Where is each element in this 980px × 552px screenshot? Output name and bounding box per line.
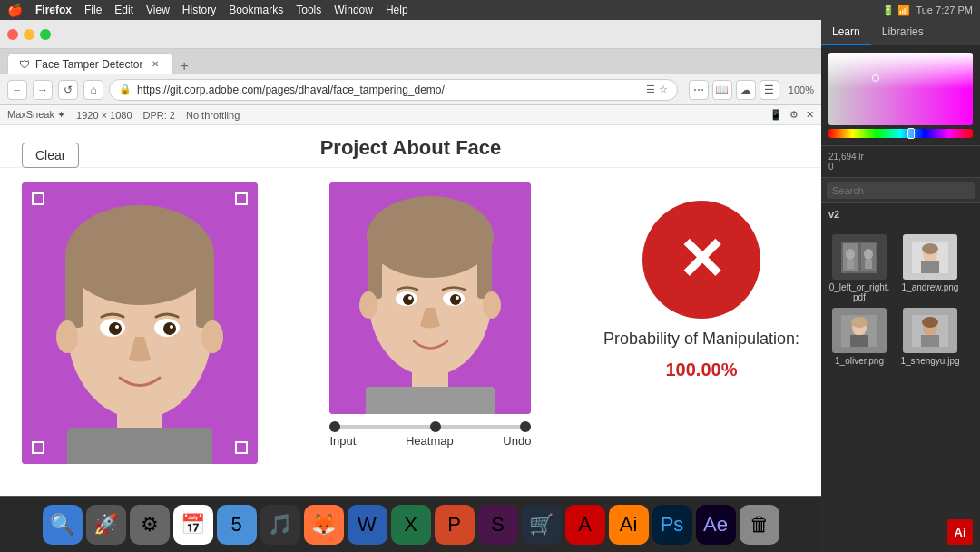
dock-excel[interactable]: X: [391, 505, 431, 545]
dock-illustrator[interactable]: Ai: [609, 505, 649, 545]
list-item[interactable]: 1_shengyu.jpg: [897, 308, 963, 366]
browser-titlebar: [0, 20, 821, 49]
color-dot: [872, 74, 879, 82]
list-item[interactable]: 0_left_or_right.pdf: [827, 234, 892, 302]
menu-app[interactable]: Firefox: [35, 4, 72, 16]
menu-help[interactable]: Help: [386, 4, 408, 16]
menu-window[interactable]: Window: [334, 4, 373, 16]
svg-rect-51: [921, 335, 939, 347]
resolution-label: 1920 × 1080: [76, 110, 132, 121]
forward-button[interactable]: →: [33, 80, 53, 100]
reader-icon[interactable]: ☰: [646, 84, 655, 95]
maxsneak-label: MaxSneak ✦: [7, 109, 65, 121]
menu-history[interactable]: History: [182, 4, 216, 16]
back-button[interactable]: ←: [7, 80, 27, 100]
tab-close-button[interactable]: ✕: [149, 58, 162, 71]
panel-stats: 21,694 lr 0: [821, 145, 980, 177]
more-options[interactable]: ⋯: [689, 80, 709, 100]
menu-button[interactable]: ☰: [760, 80, 779, 100]
panel-tab-learn[interactable]: Learn: [821, 20, 871, 45]
reload-button[interactable]: ↺: [58, 80, 78, 100]
dock-word[interactable]: W: [348, 505, 387, 545]
input-face-image: [22, 182, 258, 464]
slider-labels: Input Heatmap Undo: [329, 434, 531, 448]
home-button[interactable]: ⌂: [83, 80, 103, 100]
svg-point-10: [163, 322, 176, 335]
lock-icon: 🔒: [119, 84, 132, 95]
devtools-responsive[interactable]: 📱: [769, 109, 782, 121]
dock-trash[interactable]: 🗑: [740, 505, 779, 545]
address-bar-icons: ☰ ☆: [646, 84, 668, 95]
menu-view[interactable]: View: [146, 4, 170, 16]
dock-launchpad[interactable]: 🚀: [86, 505, 126, 545]
svg-rect-25: [477, 237, 492, 299]
address-bar[interactable]: 🔒 https://git.corp.adobe.com/pages/dhava…: [109, 79, 678, 101]
svg-point-29: [450, 294, 461, 305]
minimize-button[interactable]: [24, 29, 34, 40]
dock-ae[interactable]: Ae: [696, 505, 736, 545]
dock-powerpoint[interactable]: P: [435, 505, 475, 545]
svg-rect-5: [65, 255, 83, 328]
search-input[interactable]: [827, 182, 975, 199]
active-tab[interactable]: 🛡 Face Tamper Detector ✕: [7, 53, 173, 74]
panel-search: [821, 177, 980, 202]
dock-firefox[interactable]: 🦊: [304, 505, 344, 545]
dock-finder[interactable]: 🔍: [43, 505, 83, 545]
dock-photoshop[interactable]: Ps: [652, 505, 692, 545]
slider-track[interactable]: [329, 425, 531, 429]
dock-music[interactable]: 🎵: [260, 505, 300, 545]
svg-point-13: [56, 320, 78, 353]
slider-dot-input: [329, 421, 340, 432]
svg-point-12: [170, 325, 173, 329]
menu-tools[interactable]: Tools: [296, 4, 321, 16]
svg-point-37: [846, 249, 855, 260]
files-section: v2: [821, 202, 980, 229]
svg-rect-2: [67, 428, 212, 464]
thumb-img-3: [912, 315, 948, 347]
hue-indicator: [907, 128, 915, 139]
stat-size-label: 21,694 lr: [828, 152, 864, 162]
output-face-image: [329, 182, 531, 414]
svg-point-32: [359, 291, 377, 319]
svg-point-39: [864, 249, 873, 260]
stat-zero-row: 0: [828, 162, 973, 172]
list-item[interactable]: 1_andrew.png: [897, 234, 963, 302]
list-item[interactable]: 1_oliver.png: [827, 308, 892, 366]
slider-label-undo: Undo: [503, 434, 531, 448]
dock-slack[interactable]: S: [478, 505, 518, 545]
menu-edit[interactable]: Edit: [114, 4, 133, 16]
reading-view[interactable]: 📖: [712, 80, 732, 100]
sync-button[interactable]: ☁: [736, 80, 756, 100]
menu-file[interactable]: File: [84, 4, 102, 16]
photoshop-panel: Learn Libraries 21,694 lr 0 v2: [821, 20, 980, 552]
bookmark-star[interactable]: ☆: [659, 84, 668, 95]
file-name-2: 1_oliver.png: [835, 356, 884, 366]
stat-size-row: 21,694 lr: [828, 152, 973, 162]
svg-point-33: [483, 291, 501, 319]
menu-right: 🔋 📶 Tue 7:27 PM: [882, 5, 973, 16]
dock-calendar[interactable]: 📅: [173, 505, 213, 545]
thumb-img-1: [912, 242, 948, 273]
maximize-button[interactable]: [40, 29, 51, 40]
dock-acrobat[interactable]: A: [565, 505, 605, 545]
devtools-bar: MaxSneak ✦ 1920 × 1080 DPR: 2 No throttl…: [0, 105, 821, 125]
clear-button[interactable]: Clear: [22, 143, 79, 168]
color-hue-bar[interactable]: [828, 129, 973, 138]
devtools-close[interactable]: ✕: [806, 109, 814, 121]
dock: 🔍 🚀 ⚙ 📅 5 🎵 🦊 W X P S 🛒 A Ai Ps Ae 🗑: [0, 496, 821, 552]
close-button[interactable]: [7, 29, 18, 40]
devtools-settings[interactable]: ⚙: [789, 109, 799, 121]
face-svg-left: [22, 182, 258, 464]
dock-5[interactable]: 5: [217, 505, 257, 545]
svg-rect-40: [865, 260, 872, 269]
dock-system-prefs[interactable]: ⚙: [130, 505, 170, 545]
apple-menu[interactable]: 🍎: [7, 3, 23, 17]
color-gradient[interactable]: [828, 53, 973, 125]
svg-rect-47: [850, 335, 868, 347]
menu-bookmarks[interactable]: Bookmarks: [229, 4, 283, 16]
new-tab-button[interactable]: +: [181, 58, 189, 74]
left-image-container: Clear: [22, 182, 258, 464]
address-text: https://git.corp.adobe.com/pages/dhaval/…: [137, 84, 641, 96]
dock-amazon[interactable]: 🛒: [522, 505, 562, 545]
panel-tab-libraries[interactable]: Libraries: [871, 20, 935, 45]
